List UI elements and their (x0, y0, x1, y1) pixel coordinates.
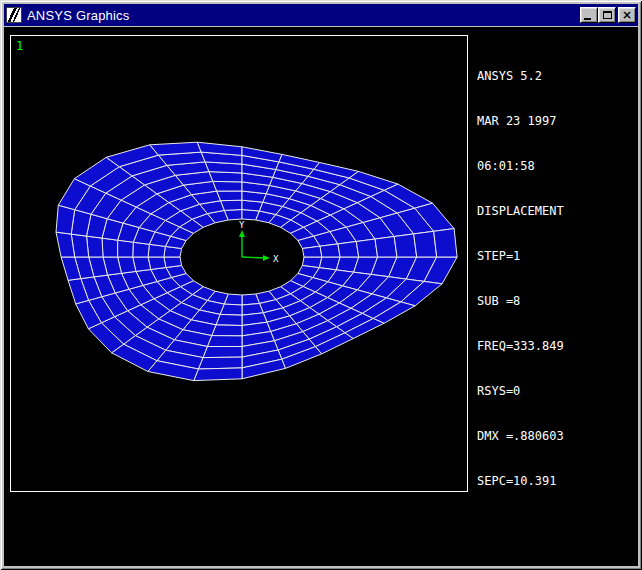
mesh-element (102, 238, 118, 257)
mesh-element (194, 368, 242, 381)
mesh-element (198, 357, 242, 369)
graphics-client-area: Y X 1 ANSYS 5.2 MAR 23 1997 06:01:58 DIS… (4, 27, 638, 566)
plot-viewport: Y X 1 (10, 35, 468, 492)
mesh-element (320, 244, 340, 257)
view-readout: DSCA=.034522 YV =-.866025 ZV =.5 DIST=.3… (477, 534, 578, 566)
mesh-element (221, 200, 242, 210)
readout-line: DSCA=.034522 (477, 564, 578, 566)
plot-window-number: 1 (16, 39, 23, 53)
mesh-group (56, 142, 457, 380)
mesh-element (375, 237, 397, 258)
mesh-element (207, 336, 242, 347)
maximize-icon (603, 11, 612, 19)
mesh-element (356, 239, 377, 257)
ansys-graphics-window: ANSYS Graphics × (0, 0, 642, 570)
mesh-element (203, 347, 242, 358)
mesh-element (118, 240, 134, 257)
y-axis-arrowhead (239, 230, 245, 237)
triad-axes (239, 230, 270, 261)
x-axis-label: X (273, 254, 279, 264)
readout-line: FREQ=333.849 (477, 339, 578, 354)
readout-line: SEPC=10.391 (477, 474, 578, 489)
readout-line: ANSYS 5.2 (477, 69, 578, 84)
readout-line: DMX =.880603 (477, 429, 578, 444)
plot-canvas[interactable]: Y X (11, 36, 467, 491)
ansys-logo-icon[interactable] (6, 7, 22, 23)
mesh-element (56, 205, 75, 234)
minimize-button[interactable] (580, 7, 598, 23)
close-button[interactable]: × (618, 7, 636, 23)
mesh-element (213, 181, 242, 191)
legend-readout: ANSYS 5.2 MAR 23 1997 06:01:58 DISPLACEM… (477, 39, 578, 566)
mesh-element (414, 231, 437, 257)
close-icon: × (622, 9, 632, 21)
readout-line: 06:01:58 (477, 159, 578, 174)
mesh-element (217, 191, 242, 201)
readout-line: DISPLACEMENT (477, 204, 578, 219)
mesh-element (212, 325, 242, 336)
readout-line: STEP=1 (477, 249, 578, 264)
solution-readout: ANSYS 5.2 MAR 23 1997 06:01:58 DISPLACEM… (477, 39, 578, 519)
mesh-element (224, 210, 242, 221)
y-axis-label: Y (239, 220, 245, 230)
readout-line: MAR 23 1997 (477, 114, 578, 129)
x-axis-arrowhead (263, 255, 270, 261)
readout-line: RSYS=0 (477, 384, 578, 399)
mesh-element (56, 232, 75, 257)
window-controls: × (580, 7, 636, 23)
titlebar[interactable]: ANSYS Graphics × (4, 4, 638, 26)
coordinate-triad: Y X (239, 220, 279, 264)
x-axis-line (242, 257, 264, 258)
readout-line: SUB =8 (477, 294, 578, 309)
mesh-element (302, 246, 322, 257)
maximize-button[interactable] (598, 7, 616, 23)
mesh-element (164, 257, 182, 268)
window-title: ANSYS Graphics (22, 8, 580, 23)
mesh-element (338, 242, 359, 258)
mesh-element (434, 229, 457, 257)
mesh-element (87, 236, 104, 257)
mesh-element (394, 234, 417, 257)
minimize-icon (584, 18, 591, 20)
